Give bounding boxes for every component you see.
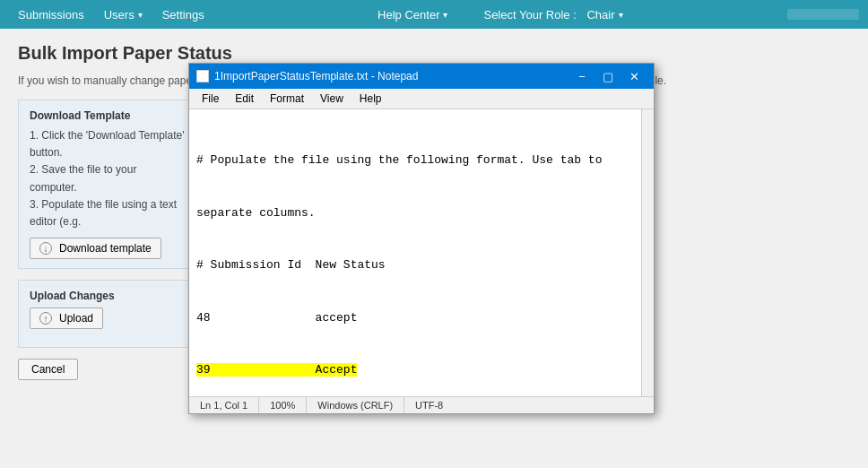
download-template-button[interactable]: ↓ Download template — [30, 238, 161, 259]
notepad-line-2: separate columns. — [196, 204, 647, 222]
notepad-menu-view[interactable]: View — [313, 91, 351, 107]
notepad-line-5: 39 Accept — [196, 361, 647, 379]
cancel-button[interactable]: Cancel — [18, 359, 78, 380]
notepad-window: 1ImportPaperStatusTemplate.txt - Notepad… — [188, 63, 655, 394]
notepad-title: 1ImportPaperStatusTemplate.txt - Notepad — [214, 70, 418, 82]
upload-section-title: Upload Changes — [30, 290, 186, 302]
notepad-close-button[interactable]: ✕ — [621, 67, 647, 85]
notepad-menu-edit[interactable]: Edit — [228, 91, 261, 107]
nav-users-label: Users — [104, 8, 135, 22]
notepad-file-icon — [196, 70, 209, 82]
download-section-title: Download Template — [30, 109, 186, 122]
users-dropdown-arrow: ▾ — [138, 10, 143, 20]
notepad-controls: − ▢ ✕ — [569, 67, 647, 85]
notepad-scrollbar[interactable] — [641, 109, 654, 394]
step-2: 2. Save the file to your computer. — [30, 161, 186, 195]
step-1: 1. Click the 'Download Template' button. — [30, 127, 186, 161]
nav-role: Select Your Role : Chair ▾ — [474, 3, 631, 27]
notepad-minimize-button[interactable]: − — [569, 67, 595, 85]
notepad-text-content: # Populate the file using the following … — [196, 117, 647, 394]
nav-submissions[interactable]: Submissions — [9, 3, 93, 27]
role-dropdown-arrow: ▾ — [619, 10, 623, 20]
nav-users[interactable]: Users ▾ — [95, 3, 152, 27]
upload-button[interactable]: ↑ Upload — [30, 308, 103, 329]
left-nav: Submissions Users ▾ Settings — [9, 3, 213, 27]
center-nav: Help Center ▾ Select Your Role : Chair ▾ — [213, 3, 787, 27]
upload-section: Upload Changes ↑ Upload — [18, 280, 197, 348]
help-dropdown-arrow: ▾ — [443, 10, 447, 20]
notepad-menu-file[interactable]: File — [195, 91, 226, 107]
notepad-menu-help[interactable]: Help — [352, 91, 389, 107]
notepad-titlebar: 1ImportPaperStatusTemplate.txt - Notepad… — [189, 64, 654, 89]
download-icon: ↓ — [39, 242, 52, 255]
notepad-line-4: 48 accept — [196, 309, 647, 327]
notepad-body[interactable]: # Populate the file using the following … — [189, 109, 654, 394]
notepad-menu-format[interactable]: Format — [263, 91, 311, 107]
nav-help-label: Help Center — [378, 8, 439, 22]
download-button-label: Download template — [59, 242, 152, 255]
role-label: Select Your Role : — [483, 8, 576, 22]
role-value: Chair — [586, 8, 614, 22]
download-section: Download Template 1. Click the 'Download… — [18, 100, 197, 269]
step-3: 3. Populate the file using a text editor… — [30, 196, 186, 230]
user-menu[interactable] — [787, 9, 859, 20]
notepad-title-left: 1ImportPaperStatusTemplate.txt - Notepad — [196, 70, 418, 82]
nav-help[interactable]: Help Center ▾ — [369, 3, 456, 27]
download-steps: 1. Click the 'Download Template' button.… — [30, 127, 186, 230]
nav-settings[interactable]: Settings — [153, 3, 213, 27]
notepad-line-3: # Submission Id New Status — [196, 256, 647, 274]
right-nav — [787, 9, 859, 20]
top-navigation: Submissions Users ▾ Settings Help Center… — [0, 0, 868, 29]
notepad-line-1: # Populate the file using the following … — [196, 152, 647, 169]
upload-button-label: Upload — [59, 312, 93, 325]
page-title: Bulk Import Paper Status — [18, 43, 850, 64]
notepad-menubar: File Edit Format View Help — [189, 89, 654, 109]
notepad-maximize-button[interactable]: ▢ — [595, 67, 621, 85]
upload-icon: ↑ — [39, 312, 52, 325]
